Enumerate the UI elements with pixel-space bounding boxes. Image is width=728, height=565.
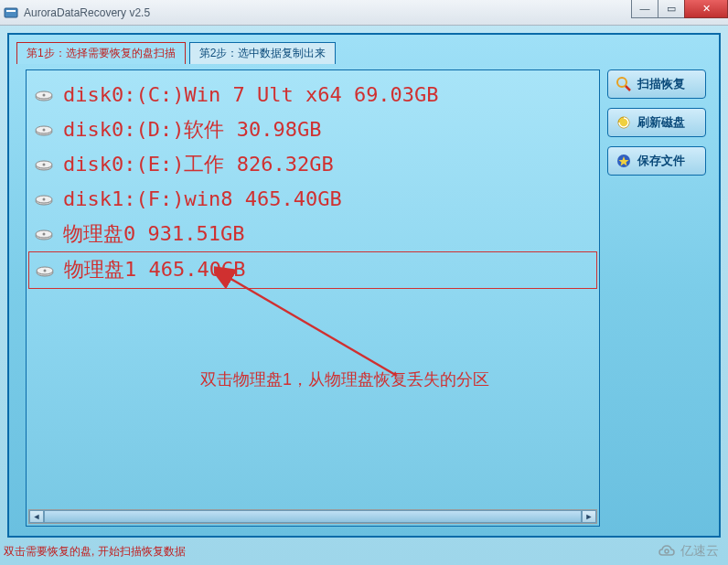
scan-recover-button[interactable]: 扫描恢复 [607,69,706,99]
scroll-left-icon[interactable]: ◄ [29,510,44,523]
svg-point-24 [618,117,629,128]
tab-step2[interactable]: 第2步：选中数据复制出来 [189,42,337,64]
disk-item[interactable]: disk0:(C:)Win 7 Ult x64 69.03GB [28,78,597,112]
disk-label: disk0:(D:)软件 30.98GB [63,114,321,145]
disk-item[interactable]: 物理盘0 931.51GB [28,217,597,251]
disk-panel: disk0:(C:)Win 7 Ult x64 69.03GB disk0:(D… [26,69,600,527]
disk-label: 物理盘1 465.40GB [64,254,245,285]
svg-rect-1 [6,10,16,12]
disk-label: 物理盘0 931.51GB [63,219,244,250]
button-label: 刷新磁盘 [637,114,685,131]
button-label: 保存文件 [637,153,685,169]
disk-list: disk0:(C:)Win 7 Ult x64 69.03GB disk0:(D… [27,70,599,296]
right-buttons: 扫描恢复 刷新磁盘 保存文件 [607,69,706,176]
window-controls: — ▭ ✕ [631,0,728,18]
disk-item-highlighted[interactable]: 物理盘1 465.40GB [28,251,597,288]
svg-point-16 [43,233,46,236]
window-title: AuroraDataRecovery v2.5 [24,6,150,19]
svg-point-27 [665,549,669,553]
watermark-icon [657,541,677,561]
magnifier-icon [616,76,632,92]
svg-point-7 [43,129,46,132]
svg-point-4 [43,94,46,97]
disk-icon [34,155,54,175]
svg-rect-0 [5,8,17,17]
scroll-thumb[interactable] [44,510,582,523]
titlebar: AuroraDataRecovery v2.5 — ▭ ✕ [0,0,728,26]
horizontal-scrollbar[interactable]: ◄ ► [28,509,597,524]
annotation-text: 双击物理盘1，从物理盘恢复丢失的分区 [200,368,489,390]
app-icon [4,5,18,20]
disk-icon [34,120,54,140]
svg-point-19 [44,269,47,272]
watermark: 亿速云 [657,541,719,561]
save-file-button[interactable]: 保存文件 [607,146,706,176]
close-button[interactable]: ✕ [684,0,728,18]
disk-icon [34,224,54,244]
disk-item[interactable]: disk1:(F:)win8 465.40GB [28,182,597,217]
main-area: 第1步：选择需要恢复的盘扫描 第2步：选中数据复制出来 disk0:(C:)Wi… [7,33,721,538]
status-bar: 双击需要恢复的盘, 开始扫描恢复数据 [4,544,186,560]
svg-point-13 [43,198,46,201]
minimize-button[interactable]: — [631,0,658,18]
scroll-right-icon[interactable]: ► [582,510,596,523]
disk-label: disk0:(E:)工作 826.32GB [63,149,334,180]
save-star-icon [616,153,632,169]
svg-point-10 [43,164,46,166]
disk-icon [35,261,55,281]
refresh-icon [616,114,632,131]
maximize-button[interactable]: ▭ [658,0,685,18]
refresh-disks-button[interactable]: 刷新磁盘 [607,108,706,137]
tab-step1[interactable]: 第1步：选择需要恢复的盘扫描 [16,42,186,64]
disk-label: disk1:(F:)win8 465.40GB [63,184,342,215]
svg-point-22 [617,78,626,87]
disk-icon [34,85,54,105]
watermark-text: 亿速云 [680,543,719,560]
disk-label: disk0:(C:)Win 7 Ult x64 69.03GB [63,80,439,111]
button-label: 扫描恢复 [637,76,685,92]
disk-icon [34,189,54,209]
tabs: 第1步：选择需要恢复的盘扫描 第2步：选中数据复制出来 [16,42,712,64]
scroll-track[interactable] [44,510,582,523]
disk-item[interactable]: disk0:(D:)软件 30.98GB [28,112,597,147]
disk-item[interactable]: disk0:(E:)工作 826.32GB [28,147,597,182]
svg-line-23 [626,86,630,91]
